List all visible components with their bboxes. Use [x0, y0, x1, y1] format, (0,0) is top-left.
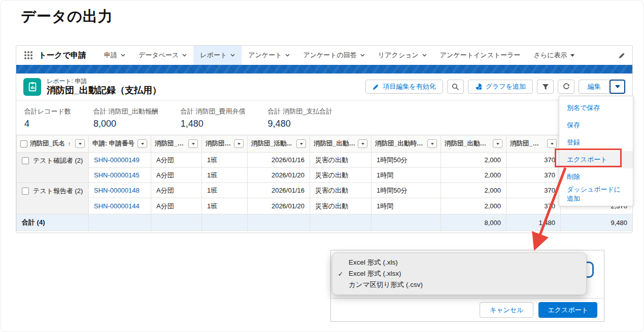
option-label: Excel 形式 (.xlsx) — [349, 269, 401, 278]
menu-item-delete[interactable]: 削除 — [559, 168, 633, 186]
column-header-dispatch-time[interactable]: 消防団_出動時間... — [371, 135, 441, 153]
cell-squad: 1班 — [202, 198, 248, 214]
report-title: 消防団_出動記録（支払用） — [47, 85, 161, 96]
column-header-activity-date[interactable]: 消防団_活動... — [248, 135, 310, 153]
row-checkbox[interactable] — [22, 157, 29, 164]
summary-value: 9,480 — [268, 119, 333, 129]
export-dialog-footer: キャンセル エクスポート — [331, 298, 604, 321]
column-label: 消防団_氏名 — [30, 139, 65, 148]
select-all-checkbox[interactable] — [20, 140, 27, 147]
summary-reward-total: 合計 消防団_出動報酬 8,000 — [93, 107, 158, 135]
menu-item-subscribe[interactable]: 登録 — [559, 134, 633, 151]
edit-nav-pencil-icon[interactable] — [619, 52, 625, 59]
column-header-reward[interactable]: 消防団_出動報酬 — [441, 135, 506, 153]
cell-expense: 370 — [506, 183, 561, 198]
column-menu-button[interactable] — [427, 139, 437, 148]
request-number-link[interactable]: SHN-00000148 — [89, 183, 151, 198]
menu-item-add-to-dashboard[interactable]: ダッシュボードに追加 — [559, 186, 633, 203]
chevron-down-icon — [182, 54, 187, 57]
cell-dispatch-time: 1時間50分 — [371, 153, 441, 168]
column-menu-button[interactable] — [75, 139, 85, 148]
tab-survey[interactable]: アンケート — [242, 46, 296, 65]
cell-squad: 1班 — [202, 183, 248, 198]
edit-button[interactable]: 編集 — [579, 80, 610, 94]
column-header-dispatch-type[interactable]: 消防団_出動種別 — [310, 135, 371, 153]
menu-item-save-as[interactable]: 別名で保存 — [559, 99, 633, 117]
request-number-link[interactable]: SHN-00000149 — [89, 153, 151, 168]
cell-reward: 2,000 — [441, 168, 506, 183]
column-menu-button[interactable] — [493, 139, 502, 148]
tab-survey-response[interactable]: アンケートの回答 — [296, 46, 371, 65]
column-header-name[interactable]: 消防団_氏名 ↑ — [17, 135, 89, 153]
option-csv[interactable]: カンマ区切り形式 (.csv) — [332, 279, 586, 290]
edit-dropdown-menu: 別名で保存 保存 登録 エクスポート 削除 ダッシュボードに追加 — [559, 96, 633, 206]
cancel-button[interactable]: キャンセル — [480, 302, 534, 318]
chart-pie-icon — [475, 83, 482, 90]
tab-label: リアクション — [378, 51, 419, 60]
column-menu-button[interactable] — [234, 139, 244, 148]
request-number-link[interactable]: SHN-00000144 — [89, 198, 151, 214]
export-button[interactable]: エクスポート — [538, 302, 597, 318]
column-menu-button[interactable] — [296, 139, 306, 148]
page-title: データの出力 — [21, 7, 113, 27]
column-header-request-no[interactable]: 申請: 申請番号 — [89, 135, 151, 153]
enable-field-edit-button[interactable]: 項目編集を有効化 — [365, 80, 443, 94]
summary-record-count: 合計レコード数 4 — [24, 107, 71, 135]
cell-activity-date: 2026/01/16 — [248, 183, 310, 198]
report-row: SHN-00000144 A分団 1班 2026/01/20 災害の出動 1時間… — [17, 198, 633, 214]
filter-button[interactable] — [537, 80, 554, 94]
tab-shinsei[interactable]: 申請 — [97, 46, 132, 65]
cell-reward: 2,000 — [441, 183, 506, 198]
cell-expense: 370 — [506, 168, 561, 183]
summary-expense-total: 合計 消防団_費用弁償 1,480 — [181, 107, 246, 135]
group-name: テスト確認者 (2) — [33, 156, 83, 165]
report-type-label: レポート: 申請 — [47, 78, 161, 85]
column-label: 消防団_出動種別 — [314, 139, 355, 148]
search-button[interactable] — [447, 80, 464, 94]
group-name: テスト報告者 (2) — [33, 187, 83, 196]
report-row: SHN-00000145 A分団 1班 2026/01/20 災害の出動 1時間… — [17, 168, 633, 183]
tab-survey-installer[interactable]: アンケートインストーラー — [433, 46, 527, 65]
tab-report[interactable]: レポート — [193, 46, 242, 65]
nav-tabs: 申請 データベース レポート アンケート アンケートの回答 — [97, 46, 581, 65]
enable-field-edit-label: 項目編集を有効化 — [383, 82, 435, 91]
add-chart-button[interactable]: グラフを追加 — [468, 80, 533, 94]
pencil-icon — [372, 84, 379, 90]
cell-dispatch-time: 1時間50分 — [371, 183, 441, 198]
brand-banner — [16, 65, 632, 73]
column-header-division[interactable]: 消防団_分団 — [151, 135, 202, 153]
column-menu-button[interactable] — [138, 139, 147, 148]
report-header: レポート: 申請 消防団_出動記録（支払用） 項目編集を有効化 グラフを追加 — [16, 73, 632, 100]
summary-value: 1,480 — [181, 119, 246, 129]
refresh-button[interactable] — [558, 80, 574, 94]
caret-down-icon — [615, 85, 620, 88]
menu-item-export[interactable]: エクスポート — [559, 151, 633, 168]
menu-item-save[interactable]: 保存 — [559, 117, 633, 134]
column-menu-button[interactable] — [547, 139, 557, 148]
option-xls[interactable]: Excel 形式 (.xls) — [332, 257, 586, 268]
total-label: 合計 (4) — [17, 214, 89, 231]
funnel-icon — [542, 84, 549, 90]
tab-database[interactable]: データベース — [132, 46, 193, 65]
app-name: トークで申請 — [39, 50, 86, 61]
row-checkbox[interactable] — [22, 188, 29, 195]
request-number-link[interactable]: SHN-00000145 — [89, 168, 151, 183]
cell-dispatch-type: 災害の出動 — [310, 198, 371, 214]
option-xlsx-selected[interactable]: ✓ Excel 形式 (.xlsx) — [332, 268, 586, 279]
group-cell: テスト報告者 (2) — [17, 183, 89, 214]
report-table: 消防団_氏名 ↑ 申請: 申請番号 消防団_分団 消防団_班 — [16, 135, 633, 231]
cell-expense: 370 — [506, 198, 561, 214]
column-label: 消防団_活動... — [251, 139, 292, 148]
column-header-squad[interactable]: 消防団_班 — [202, 135, 248, 153]
tab-reaction[interactable]: リアクション — [371, 46, 433, 65]
chevron-down-icon — [422, 54, 427, 57]
column-header-expense[interactable]: 消防団_費用弁償 — [506, 135, 561, 153]
edit-menu-caret-button[interactable] — [609, 80, 625, 94]
tab-more[interactable]: さらに表示 — [527, 46, 582, 65]
summary-label: 合計 消防団_費用弁償 — [181, 107, 246, 116]
chevron-down-icon — [360, 54, 365, 57]
app-launcher-icon[interactable] — [24, 51, 32, 59]
column-menu-button[interactable] — [188, 139, 198, 148]
column-menu-button[interactable] — [358, 139, 367, 148]
report-icon — [23, 78, 41, 96]
